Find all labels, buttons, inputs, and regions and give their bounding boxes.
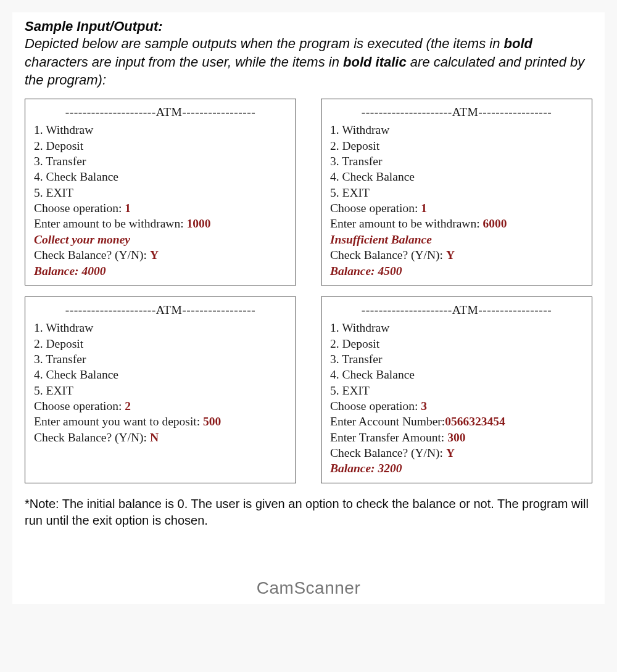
- choose-value: 1: [421, 202, 427, 215]
- menu-item: 2. Deposit: [34, 138, 287, 154]
- amount-label: Enter amount to be withdrawn:: [34, 217, 186, 230]
- withdraw-amount-line: Enter amount to be withdrawn: 6000: [330, 216, 583, 231]
- sample-box-2: ---------------------ATM----------------…: [321, 99, 592, 285]
- calc-output-line: Insufficient Balance: [330, 232, 583, 247]
- atm-header: ---------------------ATM----------------…: [330, 302, 583, 318]
- amount-label: Enter Transfer Amount:: [330, 431, 447, 444]
- desc-bolditalic-word: bold italic: [343, 54, 407, 70]
- choose-operation-line: Choose operation: 1: [330, 200, 583, 216]
- choose-label: Choose operation:: [330, 400, 421, 412]
- check-label: Check Balance? (Y/N):: [34, 431, 150, 444]
- menu-item: 2. Deposit: [330, 336, 583, 351]
- sample-grid: ---------------------ATM----------------…: [25, 99, 592, 483]
- menu-item: 2. Deposit: [34, 336, 287, 351]
- desc-bold-word: bold: [504, 36, 532, 51]
- menu-item: 2. Deposit: [330, 138, 583, 154]
- check-label: Check Balance? (Y/N):: [34, 248, 150, 261]
- note-text: *Note: The initial balance is 0. The use…: [25, 496, 592, 529]
- choose-value: 1: [125, 202, 131, 215]
- sample-box-3: ---------------------ATM----------------…: [25, 297, 296, 483]
- heading-description: Depicted below are sample outputs when t…: [25, 35, 592, 89]
- menu-item: 5. EXIT: [330, 383, 583, 398]
- choose-operation-line: Choose operation: 3: [330, 398, 583, 414]
- sample-box-4: ---------------------ATM----------------…: [321, 297, 592, 483]
- account-value: 0566323454: [445, 415, 505, 428]
- balance-output: Balance: 4500: [330, 263, 583, 279]
- menu-item: 5. EXIT: [34, 185, 287, 200]
- menu-item: 1. Withdraw: [34, 320, 287, 335]
- heading-section: Sample Input/Output: Depicted below are …: [25, 18, 592, 89]
- choose-operation-line: Choose operation: 2: [34, 398, 287, 414]
- menu-item: 5. EXIT: [330, 185, 583, 200]
- menu-item: 4. Check Balance: [34, 169, 287, 184]
- check-value: Y: [446, 446, 455, 459]
- camscanner-watermark: CamScanner: [25, 578, 592, 598]
- account-label: Enter Account Number:: [330, 415, 445, 428]
- choose-operation-line: Choose operation: 1: [34, 200, 287, 216]
- desc-pre: Depicted below are sample outputs when t…: [25, 36, 504, 51]
- choose-label: Choose operation:: [330, 202, 421, 215]
- document-page: Sample Input/Output: Depicted below are …: [12, 12, 605, 604]
- menu-item: 4. Check Balance: [34, 367, 287, 382]
- check-balance-line: Check Balance? (Y/N): Y: [330, 247, 583, 263]
- choose-label: Choose operation:: [34, 202, 125, 215]
- heading-title: Sample Input/Output:: [25, 18, 592, 35]
- menu-item: 3. Transfer: [330, 154, 583, 169]
- sample-box-1: ---------------------ATM----------------…: [25, 99, 296, 285]
- menu-item: 3. Transfer: [330, 351, 583, 367]
- balance-output: Balance: 4000: [34, 263, 287, 279]
- withdraw-amount-line: Enter amount to be withdrawn: 1000: [34, 216, 287, 231]
- check-value: Y: [150, 248, 159, 261]
- menu-item: 4. Check Balance: [330, 169, 583, 184]
- menu-item: 5. EXIT: [34, 383, 287, 398]
- check-balance-line: Check Balance? (Y/N): Y: [330, 445, 583, 461]
- menu-item: 1. Withdraw: [330, 122, 583, 137]
- deposit-amount-line: Enter amount you want to deposit: 500: [34, 414, 287, 429]
- menu-item: 4. Check Balance: [330, 367, 583, 382]
- check-label: Check Balance? (Y/N):: [330, 248, 446, 261]
- atm-header: ---------------------ATM----------------…: [34, 302, 287, 318]
- calc-output-line: Collect your money: [34, 232, 287, 247]
- choose-label: Choose operation:: [34, 400, 125, 412]
- amount-value: 300: [447, 431, 465, 444]
- balance-output: Balance: 3200: [330, 461, 583, 476]
- account-number-line: Enter Account Number:0566323454: [330, 414, 583, 429]
- choose-value: 3: [421, 400, 427, 412]
- check-balance-line: Check Balance? (Y/N): N: [34, 430, 287, 445]
- choose-value: 2: [125, 400, 131, 412]
- amount-value: 6000: [482, 217, 507, 230]
- desc-mid: characters are input from the user, whil…: [25, 54, 343, 70]
- menu-item: 3. Transfer: [34, 351, 287, 367]
- amount-value: 1000: [186, 217, 210, 230]
- amount-value: 500: [203, 415, 221, 428]
- atm-header: ---------------------ATM----------------…: [330, 104, 583, 120]
- check-value: N: [150, 431, 159, 444]
- amount-label: Enter amount you want to deposit:: [34, 415, 203, 428]
- atm-header: ---------------------ATM----------------…: [34, 104, 287, 120]
- check-value: Y: [446, 248, 455, 261]
- menu-item: 3. Transfer: [34, 154, 287, 169]
- transfer-amount-line: Enter Transfer Amount: 300: [330, 430, 583, 445]
- menu-item: 1. Withdraw: [34, 122, 287, 137]
- amount-label: Enter amount to be withdrawn:: [330, 217, 482, 230]
- menu-item: 1. Withdraw: [330, 320, 583, 335]
- check-label: Check Balance? (Y/N):: [330, 446, 446, 459]
- check-balance-line: Check Balance? (Y/N): Y: [34, 247, 287, 263]
